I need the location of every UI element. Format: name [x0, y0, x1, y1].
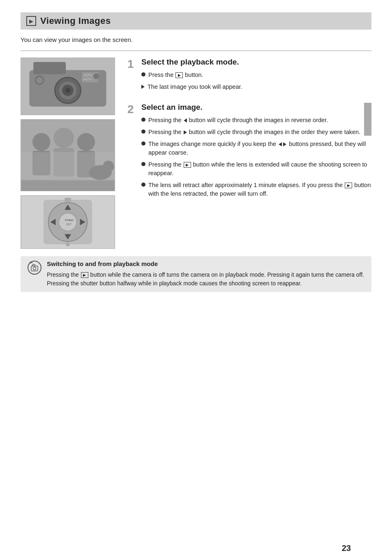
images-column: AUTO DIGITAL: [21, 58, 119, 249]
lr-arrows-icon: [278, 142, 287, 146]
right-tab: [364, 103, 371, 136]
bullet-circle-icon: [141, 130, 145, 134]
step-1-content: Select the playback mode. Press the ▶ bu…: [141, 58, 242, 91]
step-1: 1 Select the playback mode. Press the ▶ …: [127, 58, 371, 91]
step-1-title: Select the playback mode.: [141, 58, 242, 67]
step-2-bullet-3-text: The images change more quickly if you ke…: [148, 140, 371, 157]
svg-rect-2: [33, 62, 66, 74]
step-2-bullet-3: The images change more quickly if you ke…: [141, 140, 371, 157]
playback-button-icon-note: ▶: [81, 272, 88, 278]
step-2-bullet-5-text: The lens will retract after approximatel…: [148, 181, 371, 198]
kids-image: [21, 119, 115, 191]
step-1-bullet-2-text: The last image you took will appear.: [148, 83, 242, 91]
svg-rect-22: [21, 152, 114, 180]
step-2-number: 2: [127, 103, 137, 198]
step-1-bullets: Press the ▶ button. The last image you t…: [141, 71, 242, 91]
svg-text:DIGITAL: DIGITAL: [83, 78, 92, 81]
playback-button-icon: ▶: [345, 183, 352, 188]
svg-point-15: [53, 128, 74, 148]
camera-image: AUTO DIGITAL: [21, 58, 115, 115]
step-2-bullet-4: Pressing the ▶ button while the lens is …: [141, 160, 371, 178]
step-2-content: Select an image. Pressing the button wil…: [141, 103, 371, 198]
step-2-bullet-1: Pressing the button will cycle through t…: [141, 116, 371, 125]
intro-text: You can view your images on the screen.: [21, 36, 371, 43]
page-number: 23: [342, 544, 351, 553]
step-1-bullet-1: Press the ▶ button.: [141, 71, 242, 79]
bullet-circle-icon: [141, 72, 145, 76]
step-2-bullet-2: Pressing the button will cycle through t…: [141, 128, 371, 137]
svg-rect-33: [65, 198, 71, 202]
svg-text:FUNC: FUNC: [65, 218, 74, 222]
step-2-bullets: Pressing the button will cycle through t…: [141, 116, 371, 198]
svg-line-40: [31, 261, 31, 263]
left-arrow-icon: [184, 118, 187, 123]
left-arrow-icon: [279, 142, 282, 146]
step-2-bullet-2-text: Pressing the button will cycle through t…: [148, 128, 360, 137]
svg-point-17: [77, 133, 95, 151]
svg-point-13: [32, 133, 50, 151]
svg-point-34: [66, 242, 70, 246]
main-content: AUTO DIGITAL: [21, 58, 371, 249]
instructions-column: 1 Select the playback mode. Press the ▶ …: [127, 58, 371, 249]
svg-text:AUTO: AUTO: [84, 74, 92, 76]
svg-point-6: [65, 88, 70, 93]
step-1-number: 1: [127, 58, 137, 91]
page-header: ▶ Viewing Images: [21, 12, 371, 30]
play-icon-box: ▶: [26, 16, 36, 26]
step-2-bullet-1-text: Pressing the button will cycle through t…: [148, 116, 328, 125]
svg-rect-38: [32, 264, 35, 266]
playback-button-icon: ▶: [175, 72, 183, 78]
note-content: Switching to and from playback mode Pres…: [47, 260, 365, 288]
step-1-bullet-2: The last image you took will appear.: [141, 83, 242, 91]
note-body: Pressing the ▶ button while the camera i…: [47, 271, 365, 288]
arrow-icon: [141, 85, 145, 89]
right-arrow-icon: [184, 130, 187, 134]
svg-point-11: [93, 73, 99, 79]
content-divider: [21, 51, 371, 51]
note-camera-icon: [27, 260, 42, 275]
note-box: Switching to and from playback mode Pres…: [21, 256, 371, 292]
svg-point-10: [35, 76, 44, 84]
right-arrow-icon: [283, 142, 286, 146]
step-1-bullet-1-text: Press the ▶ button.: [148, 71, 203, 79]
bullet-circle-icon: [141, 183, 145, 187]
bullet-circle-icon: [141, 141, 145, 146]
step-2: 2 Select an image. Pressing the button w…: [127, 103, 371, 198]
step-2-bullet-4-text: Pressing the ▶ button while the lens is …: [148, 160, 371, 178]
header-play-icon: ▶: [29, 18, 33, 24]
note-title: Switching to and from playback mode: [47, 260, 365, 267]
svg-text:SET: SET: [66, 223, 72, 226]
page-title: Viewing Images: [40, 16, 111, 26]
control-pad-image: FUNC SET: [21, 195, 115, 249]
step-2-title: Select an image.: [141, 103, 371, 112]
playback-button-icon: ▶: [184, 162, 191, 168]
step-2-bullet-5: The lens will retract after approximatel…: [141, 181, 371, 198]
svg-point-37: [33, 267, 36, 270]
bullet-circle-icon: [141, 118, 145, 122]
svg-rect-21: [21, 180, 114, 191]
bullet-circle-icon: [141, 162, 145, 166]
